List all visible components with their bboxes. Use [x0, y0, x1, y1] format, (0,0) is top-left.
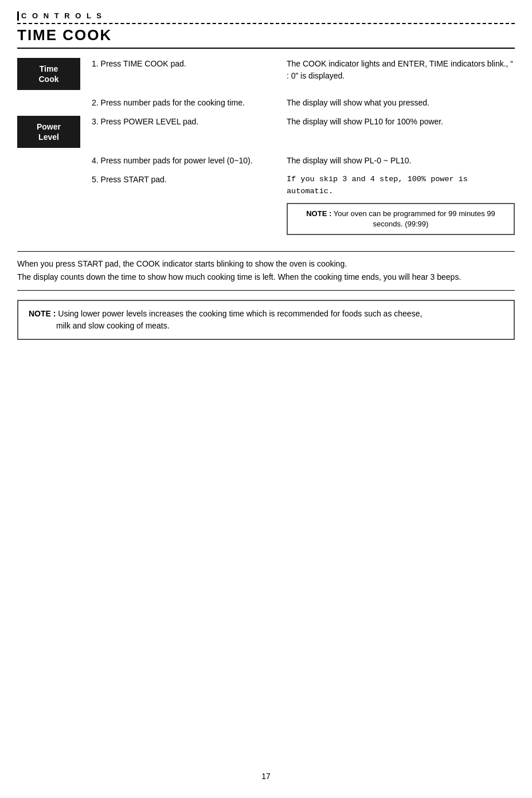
content-row-1: TimeCook 1. Press TIME COOK pad. The COO… [17, 58, 515, 90]
inner-note-box: NOTE : Your oven can be programmed for 9… [287, 203, 515, 235]
info-line-2: The display counts down the time to show… [17, 272, 461, 281]
result-3-cell: The display will show PL10 for 100% powe… [287, 116, 515, 148]
spacer-row-1 [17, 90, 515, 97]
step-3-text: 3. Press POWER LEVEL pad. [92, 116, 275, 128]
outer-note-text: Using lower power levels increases the c… [58, 309, 422, 318]
step-4-text: 4. Press number pads for power level (0~… [92, 155, 275, 167]
bottom-divider [17, 290, 515, 291]
time-cook-cell: TimeCook [17, 58, 92, 90]
controls-header: C O N T R O L S [17, 11, 515, 21]
header-section: C O N T R O L S TIME COOK [17, 11, 515, 49]
content-row-4: 4. Press number pads for power level (0~… [17, 155, 515, 167]
step-4-cell: 4. Press number pads for power level (0~… [92, 155, 287, 167]
page-wrapper: C O N T R O L S TIME COOK TimeCook 1. Pr… [0, 0, 532, 798]
result-4-cell: The display will show PL-0 ~ PL10. [287, 155, 515, 167]
power-level-cell: PowerLevel [17, 116, 92, 148]
result-3-text: The display will show PL10 for 100% powe… [287, 116, 515, 128]
info-paragraph: When you press START pad, the COOK indic… [17, 257, 515, 283]
result-4-text: The display will show PL-0 ~ PL10. [287, 155, 515, 167]
step-1-text: 1. Press TIME COOK pad. [92, 58, 275, 70]
step-2-text: 2. Press number pads for the cooking tim… [92, 97, 275, 109]
outer-note-content: NOTE : Using lower power levels increase… [29, 308, 503, 320]
result-1-text: The COOK indicator lights and ENTER, TIM… [287, 58, 515, 82]
page-number: 17 [261, 772, 271, 781]
content-row-2: 2. Press number pads for the cooking tim… [17, 97, 515, 109]
section-divider-1 [17, 251, 515, 252]
step-5-cell: 5. Press START pad. [92, 174, 287, 235]
info-line-1: When you press START pad, the COOK indic… [17, 259, 347, 268]
content-row-5: 5. Press START pad. If you skip 3 and 4 … [17, 174, 515, 235]
step-2-cell: 2. Press number pads for the cooking tim… [92, 97, 287, 109]
content-row-3: PowerLevel 3. Press POWER LEVEL pad. The… [17, 116, 515, 148]
empty-cell-4 [17, 155, 92, 167]
spacer-row-2 [17, 109, 515, 116]
step-5-text: 5. Press START pad. [92, 174, 275, 186]
dashed-line [17, 23, 515, 24]
spacer-row-4 [17, 167, 515, 174]
page-title: TIME COOK [17, 26, 515, 44]
result-2-text: The display will show what you pressed. [287, 97, 515, 109]
outer-note-label: NOTE : [29, 309, 56, 318]
result-2-cell: The display will show what you pressed. [287, 97, 515, 109]
time-cook-button: TimeCook [17, 58, 80, 90]
power-level-button: PowerLevel [17, 116, 80, 148]
empty-cell-5 [17, 174, 92, 235]
title-divider [17, 48, 515, 49]
outer-note-box: NOTE : Using lower power levels increase… [17, 300, 515, 340]
step-1-cell: 1. Press TIME COOK pad. [92, 58, 287, 90]
result-5-text: If you skip 3 and 4 step, 100% power is … [287, 174, 515, 197]
spacer-row-5 [17, 235, 515, 241]
result-1-cell: The COOK indicator lights and ENTER, TIM… [287, 58, 515, 90]
content-table: TimeCook 1. Press TIME COOK pad. The COO… [17, 58, 515, 241]
inner-note-label: NOTE : [306, 209, 331, 218]
inner-note-text: Your oven can be programmed for 99 minut… [334, 209, 495, 228]
empty-cell-2 [17, 97, 92, 109]
outer-note-continuation: milk and slow cooking of meats. [56, 320, 503, 332]
spacer-row-3 [17, 148, 515, 155]
controls-bracket: C O N T R O L S [17, 11, 103, 21]
step-3-cell: 3. Press POWER LEVEL pad. [92, 116, 287, 148]
result-5-cell: If you skip 3 and 4 step, 100% power is … [287, 174, 515, 235]
